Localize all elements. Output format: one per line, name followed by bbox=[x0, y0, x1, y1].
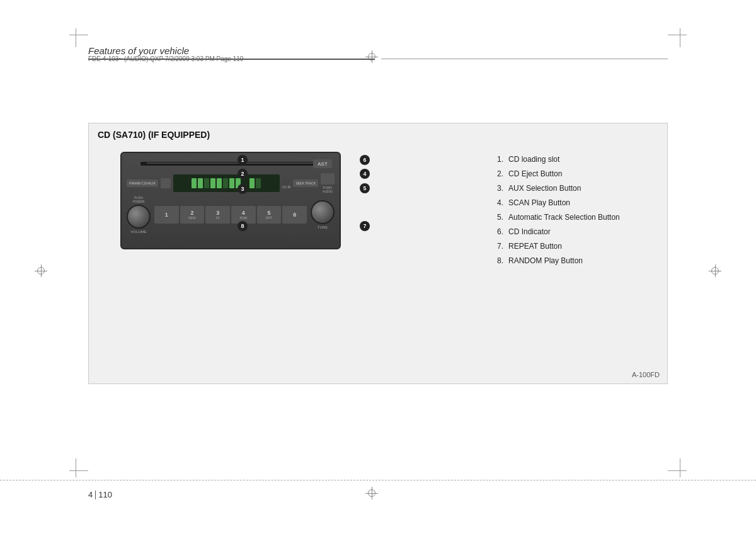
corner-mark-tr-h bbox=[668, 35, 687, 35]
crosshair-bottom bbox=[365, 487, 378, 499]
crosshair-right bbox=[709, 264, 721, 277]
label-num-3: 3. bbox=[497, 184, 508, 193]
label-item-6: 6. CD Indicator bbox=[497, 227, 648, 236]
preset-2-sub: REW bbox=[188, 216, 196, 220]
preset-buttons: 1 2 REW 3 FF 4 ROM 5 bbox=[154, 206, 307, 224]
labels-list: 1. CD loading slot 2. CD Eject Button 3.… bbox=[497, 155, 648, 271]
preset-5: 5 RPT bbox=[257, 206, 282, 224]
preset-2-num: 2 bbox=[191, 210, 194, 216]
push-audio-btn bbox=[321, 173, 335, 185]
corner-mark-br-h bbox=[668, 470, 687, 471]
fmam-button: FMAM CD/AUX bbox=[127, 179, 158, 187]
preset-6: 6 bbox=[282, 206, 307, 224]
label-num-5: 5. bbox=[497, 213, 508, 222]
tune-area: TUNE bbox=[311, 200, 335, 229]
tune-knob bbox=[311, 200, 335, 224]
push-audio-label: PUSH AUDIO bbox=[323, 186, 333, 193]
section-title: CD (SA710) (IF EQUIPPED) bbox=[98, 130, 210, 140]
label-num-2: 2. bbox=[497, 169, 508, 178]
preset-3-num: 3 bbox=[216, 210, 219, 216]
volume-area: PUSH POWER VOLUME bbox=[127, 196, 151, 234]
footer-page: 4 110 bbox=[88, 490, 112, 499]
callout-4: 4 bbox=[360, 169, 370, 179]
callout-5: 5 bbox=[360, 183, 370, 193]
small-button bbox=[161, 178, 171, 188]
preset-5-sub: RPT bbox=[266, 216, 272, 220]
bottom-row: PUSH POWER VOLUME 1 2 REW 3 FF bbox=[127, 197, 335, 232]
label-text-6: CD Indicator bbox=[508, 227, 551, 236]
label-num-4: 4. bbox=[497, 198, 508, 207]
seg-7 bbox=[229, 178, 234, 188]
label-item-3: 3. AUX Selection Button bbox=[497, 184, 648, 193]
player-body: AST FMAM CD/AUX . bbox=[120, 152, 341, 249]
header-rule bbox=[381, 59, 668, 59]
player-illustration: AST FMAM CD/AUX . bbox=[108, 152, 341, 253]
seg-3 bbox=[204, 178, 209, 188]
preset-1-num: 1 bbox=[165, 212, 168, 218]
reference-code: A-100FD bbox=[632, 371, 660, 378]
corner-mark-tl-v bbox=[76, 28, 76, 47]
footer-separator bbox=[95, 491, 96, 499]
header-title: Features of your vehicle bbox=[88, 45, 375, 60]
preset-1: 1 bbox=[154, 206, 179, 224]
callout-7: 7 bbox=[360, 221, 370, 231]
label-text-8: RANDOM Play Button bbox=[508, 256, 583, 265]
cdin-led bbox=[283, 178, 289, 184]
volume-label: VOLUME bbox=[130, 230, 146, 234]
footer-page-prefix: 4 bbox=[88, 490, 93, 499]
header-bar: Features of your vehicle bbox=[88, 45, 668, 60]
label-text-3: AUX Selection Button bbox=[508, 184, 581, 193]
volume-knob bbox=[127, 205, 151, 229]
cdin-area: CD-IN bbox=[282, 178, 291, 189]
middle-row: FMAM CD/AUX . bbox=[127, 172, 335, 194]
label-num-8: 8. bbox=[497, 256, 508, 265]
footer-page-num: 110 bbox=[98, 490, 112, 499]
main-content-box: CD (SA710) (IF EQUIPPED) AST FMAM CD/AUX bbox=[88, 123, 668, 384]
preset-5-num: 5 bbox=[268, 210, 271, 216]
label-item-1: 1. CD loading slot bbox=[497, 155, 648, 164]
footer-line bbox=[0, 480, 756, 480]
label-text-4: SCAN Play Button bbox=[508, 198, 570, 207]
label-item-8: 8. RANDOM Play Button bbox=[497, 256, 648, 265]
corner-mark-bl-v bbox=[76, 458, 76, 477]
seg-10 bbox=[256, 178, 261, 188]
seg-1 bbox=[192, 178, 197, 188]
label-text-5: Automatic Track Selection Button bbox=[508, 213, 620, 222]
callout-1: 1 bbox=[238, 155, 248, 165]
preset-6-num: 6 bbox=[293, 212, 296, 218]
label-num-7: 7. bbox=[497, 242, 508, 251]
label-item-7: 7. REPEAT Button bbox=[497, 242, 648, 251]
label-item-4: 4. SCAN Play Button bbox=[497, 198, 648, 207]
preset-4-sub: ROM bbox=[240, 216, 248, 220]
cdin-label: CD-IN bbox=[282, 185, 291, 189]
label-num-6: 6. bbox=[497, 227, 508, 236]
label-num-1: 1. bbox=[497, 155, 508, 164]
corner-mark-tr-v bbox=[680, 28, 680, 47]
ast-button: AST bbox=[313, 159, 332, 168]
callout-8: 8 bbox=[238, 221, 248, 231]
preset-3-sub: FF bbox=[216, 216, 220, 220]
preset-4-num: 4 bbox=[242, 210, 245, 216]
callout-2: 2 bbox=[238, 169, 248, 179]
push-audio-area: PUSH AUDIO bbox=[321, 173, 335, 193]
push-power-label: PUSH POWER bbox=[133, 196, 145, 203]
seek-label: SEEK TRACK bbox=[295, 181, 316, 185]
display-area: . bbox=[173, 174, 280, 192]
label-text-2: CD Eject Button bbox=[508, 169, 562, 178]
seg-6 bbox=[223, 178, 228, 188]
corner-mark-bl-h bbox=[69, 470, 88, 471]
seg-5 bbox=[217, 178, 222, 188]
label-text-7: REPEAT Button bbox=[508, 242, 562, 251]
seek-track-button: SEEK TRACK bbox=[293, 179, 318, 187]
cd-slot bbox=[140, 162, 321, 166]
corner-mark-tl-h bbox=[69, 35, 88, 35]
label-item-5: 5. Automatic Track Selection Button bbox=[497, 213, 648, 222]
corner-mark-br-v bbox=[680, 458, 680, 477]
callout-3: 3 bbox=[238, 184, 248, 194]
seg-2 bbox=[198, 178, 203, 188]
crosshair-left bbox=[35, 264, 47, 277]
preset-2: 2 REW bbox=[180, 206, 205, 224]
label-item-2: 2. CD Eject Button bbox=[497, 169, 648, 178]
seg-9 bbox=[249, 178, 255, 188]
label-text-1: CD loading slot bbox=[508, 155, 559, 164]
